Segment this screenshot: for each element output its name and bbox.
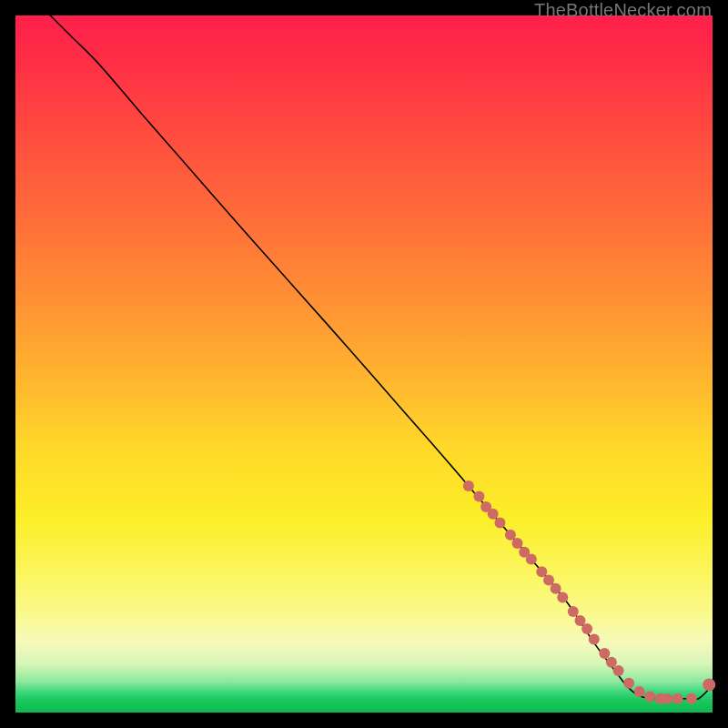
highlight-dot xyxy=(575,615,586,626)
highlight-dot xyxy=(526,554,537,565)
highlight-dot xyxy=(473,491,484,502)
highlight-dot xyxy=(686,693,697,704)
highlight-dot xyxy=(589,634,600,645)
chart-stage: TheBottleNecker.com xyxy=(0,0,728,728)
highlight-dot xyxy=(672,693,683,704)
highlight-dot xyxy=(543,575,554,586)
highlight-dot xyxy=(599,648,610,659)
highlight-dot xyxy=(606,657,617,668)
highlight-dot xyxy=(505,530,516,541)
plot-area xyxy=(15,15,713,713)
watermark-text: TheBottleNecker.com xyxy=(534,0,712,21)
chart-svg xyxy=(15,15,713,713)
bottleneck-curve xyxy=(50,15,713,700)
highlight-dot xyxy=(644,691,655,702)
highlight-dot xyxy=(551,583,561,594)
highlight-dot xyxy=(512,538,523,549)
highlight-dots-group xyxy=(463,480,715,704)
highlight-dot xyxy=(568,606,579,617)
highlight-dot xyxy=(536,566,547,577)
highlight-dot xyxy=(662,693,672,704)
highlight-dot xyxy=(623,678,634,689)
highlight-dot xyxy=(557,592,568,603)
highlight-dot xyxy=(463,480,474,491)
highlight-dot xyxy=(613,665,624,676)
highlight-dot xyxy=(634,686,645,697)
highlight-dot xyxy=(488,509,499,520)
highlight-dot xyxy=(581,623,592,634)
highlight-dot xyxy=(494,518,505,529)
highlight-dot xyxy=(703,678,715,691)
